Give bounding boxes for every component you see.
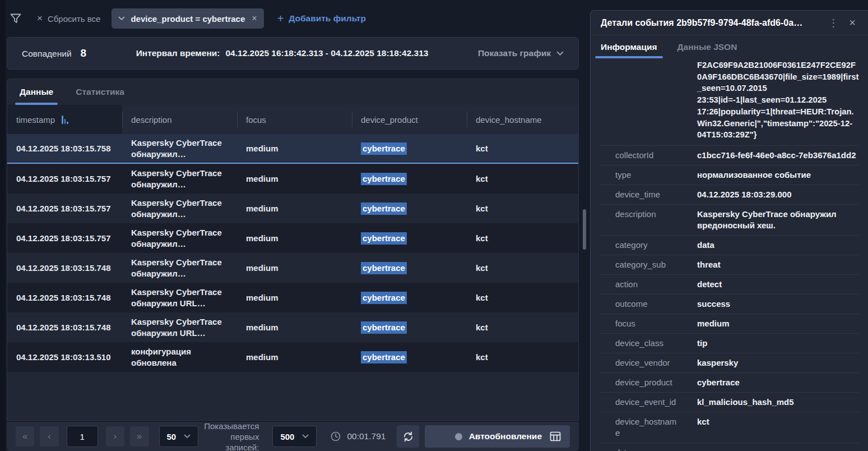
plus-icon: + xyxy=(277,12,284,25)
cell-timestamp: 04.12.2025 18:03:15.748 xyxy=(7,253,122,283)
page-size-select[interactable]: 50 xyxy=(159,426,199,447)
detail-row: type нормализованное событие xyxy=(600,165,859,185)
cell-timestamp: 04.12.2025 18:03:15.748 xyxy=(7,283,122,312)
details-header: Детали события 2b9b57f9-9794-48fa-afd6-0… xyxy=(591,11,868,35)
cell-timestamp: 04.12.2025 18:03:13.510 xyxy=(7,342,122,372)
shown-records-value: 500 xyxy=(280,432,294,441)
cell-device-product: cybertrace xyxy=(352,253,467,283)
add-filter-label: Добавить фильтр xyxy=(289,13,366,24)
column-header-device-hostname[interactable]: device_hostname xyxy=(467,105,578,134)
filter-funnel-icon[interactable] xyxy=(7,10,25,27)
table-row[interactable]: 04.12.2025 18:03:15.748 Kaspersky CyberT… xyxy=(7,283,578,312)
detail-key: device_class xyxy=(600,338,679,349)
page-size-value: 50 xyxy=(167,432,177,441)
column-header-description[interactable]: description xyxy=(122,105,237,134)
detail-row: category data xyxy=(600,236,859,255)
cell-device-hostname: kct xyxy=(467,194,578,223)
kebab-menu-icon[interactable]: ⋮ xyxy=(823,15,844,31)
refresh-button[interactable] xyxy=(397,425,419,448)
left-edge-strip xyxy=(0,0,6,451)
chevron-down-icon xyxy=(184,434,191,439)
detail-key: device_time xyxy=(600,189,679,200)
detail-value: kaspersky xyxy=(697,357,859,369)
first-page-button[interactable]: « xyxy=(16,426,34,447)
cell-device-product: cybertrace xyxy=(352,342,467,372)
table-row[interactable]: 04.12.2025 18:03:15.757 Kaspersky CyberT… xyxy=(7,164,578,194)
chevron-down-icon xyxy=(118,16,125,21)
events-panel: Данные Статистика timestamp description … xyxy=(7,79,579,421)
query-time-value: 00:01.791 xyxy=(347,431,386,441)
cell-device-hostname: kct xyxy=(467,134,578,163)
clear-all-filters-button[interactable]: × Сбросить все xyxy=(37,13,100,24)
table-row[interactable]: 04.12.2025 18:03:13.510 конфигурация обн… xyxy=(7,342,578,372)
highlighted-value: cybertrace xyxy=(361,142,407,155)
table-row[interactable]: 04.12.2025 18:03:15.757 Kaspersky CyberT… xyxy=(7,194,578,223)
cell-focus: medium xyxy=(237,253,352,283)
clear-icon: × xyxy=(37,13,43,24)
detail-value: kl_malicious_hash_md5 xyxy=(697,397,859,408)
page-number-input[interactable] xyxy=(67,426,98,447)
detail-value: 04.12.2025 18:03:29.000 xyxy=(697,189,859,200)
cell-focus: medium xyxy=(237,164,352,194)
detail-value: detect xyxy=(697,279,859,290)
event-details-panel: Детали события 2b9b57f9-9794-48fa-afd6-0… xyxy=(590,10,868,451)
show-chart-label: Показать график xyxy=(478,48,551,58)
detail-row: focus medium xyxy=(600,314,859,334)
cell-timestamp: 04.12.2025 18:03:15.757 xyxy=(7,164,122,194)
detail-key: device_event_id xyxy=(600,397,679,408)
summary-bar: Совпадений 8 Интервал времени:04.12.2025… xyxy=(7,37,579,70)
cell-description: Kaspersky CyberTrace обнаружил… xyxy=(122,253,237,283)
detail-key: collectorId xyxy=(600,150,679,161)
highlighted-value: cybertrace xyxy=(361,173,407,185)
matches-label: Совпадений xyxy=(22,49,72,59)
autoupdate-button[interactable]: Автообновление xyxy=(425,425,570,448)
prev-page-button[interactable]: ‹ xyxy=(40,426,58,447)
cell-device-hostname: kct xyxy=(467,312,578,342)
table-row[interactable]: 04.12.2025 18:03:15.748 Kaspersky CyberT… xyxy=(7,312,578,342)
close-icon[interactable]: × xyxy=(844,14,860,31)
filter-chip-label: device_product = cybertrace xyxy=(131,14,245,24)
refresh-icon xyxy=(402,431,414,443)
shown-records-select[interactable]: 500 xyxy=(272,426,317,447)
column-header-focus[interactable]: focus xyxy=(237,105,352,134)
cell-device-product: cybertrace xyxy=(352,223,467,253)
detail-row: device_time 04.12.2025 18:03:29.000 xyxy=(600,185,859,205)
highlighted-value: cybertrace xyxy=(361,232,407,245)
cell-timestamp: 04.12.2025 18:03:15.758 xyxy=(7,134,122,163)
detail-row: device_product cybertrace xyxy=(600,373,859,393)
table-row[interactable]: 04.12.2025 18:03:15.758 Kaspersky CyberT… xyxy=(7,134,578,164)
add-filter-button[interactable]: + Добавить фильтр xyxy=(277,12,366,25)
scrollbar-thumb[interactable] xyxy=(583,209,586,250)
cell-description: Kaspersky CyberTrace обнаружил… xyxy=(122,164,237,194)
filter-chip-device-product[interactable]: device_product = cybertrace × xyxy=(112,8,263,29)
tab-statistics[interactable]: Статистика xyxy=(76,79,124,105)
cell-description: Kaspersky CyberTrace обнаружил… xyxy=(122,223,237,253)
show-chart-button[interactable]: Показать график xyxy=(478,48,564,58)
cell-device-product: cybertrace xyxy=(352,164,467,194)
tab-json-data[interactable]: Данные JSON xyxy=(677,35,737,58)
cell-focus: medium xyxy=(237,283,352,312)
table-row[interactable]: 04.12.2025 18:03:15.757 Kaspersky CyberT… xyxy=(7,223,578,253)
detail-key: device_product xyxy=(600,377,679,388)
cell-device-hostname: kct xyxy=(467,223,578,253)
detail-value: medium xyxy=(697,318,859,329)
detail-key: device_vendor xyxy=(600,357,679,369)
detail-value: kct xyxy=(697,416,859,427)
cell-timestamp: 04.12.2025 18:03:15.748 xyxy=(7,312,122,342)
tab-information[interactable]: Информация xyxy=(601,35,657,58)
cell-device-product: cybertrace xyxy=(352,283,467,312)
table-row[interactable]: 04.12.2025 18:03:15.748 Kaspersky CyberT… xyxy=(7,253,578,283)
cell-focus: medium xyxy=(237,134,352,163)
tab-data[interactable]: Данные xyxy=(20,79,53,105)
last-page-button[interactable]: » xyxy=(130,426,148,447)
column-header-timestamp[interactable]: timestamp xyxy=(7,105,122,134)
detail-row: device_vendor kaspersky xyxy=(600,353,859,373)
detail-key: category xyxy=(600,240,679,251)
table-settings-icon[interactable] xyxy=(549,430,562,443)
next-page-button[interactable]: › xyxy=(106,426,124,447)
autoupdate-status-dot xyxy=(455,433,462,440)
column-header-device-product[interactable]: device_product xyxy=(352,105,467,134)
remove-filter-icon[interactable]: × xyxy=(250,13,257,24)
matches-count: 8 xyxy=(81,47,87,59)
detail-key: category_sub xyxy=(600,259,679,270)
